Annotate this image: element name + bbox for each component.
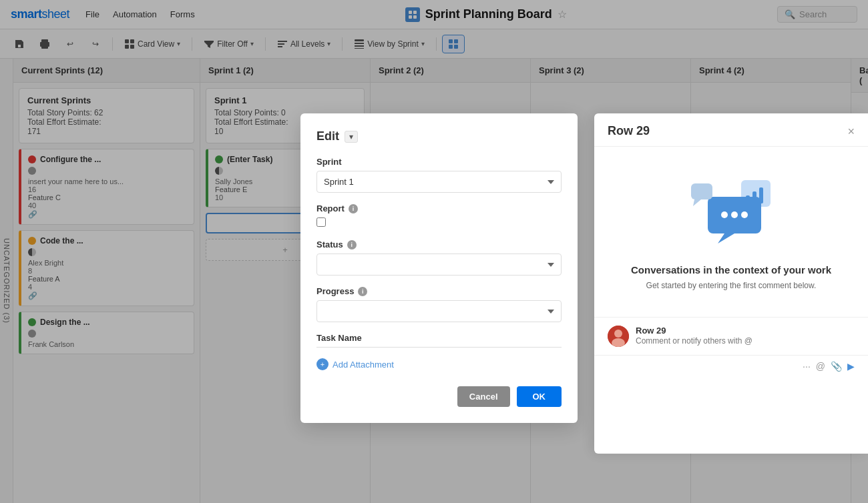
svg-point-34 <box>614 330 622 338</box>
comment-tools: ··· @ 📎 ▶ <box>594 355 868 377</box>
comment-input[interactable] <box>636 336 855 346</box>
progress-label: Progress i <box>316 286 562 296</box>
attachment-tool-button[interactable]: 📎 <box>831 361 842 372</box>
conversation-visual <box>608 173 855 254</box>
progress-select[interactable]: 0% 25% 50% 75% 100% <box>316 300 562 322</box>
report-checkbox[interactable] <box>316 217 326 227</box>
cancel-button[interactable]: Cancel <box>457 386 510 407</box>
conversation-heading: Conversations in the context of your wor… <box>608 264 855 276</box>
task-name-line <box>316 347 562 348</box>
modal-actions: Cancel OK <box>316 386 562 407</box>
more-options-button[interactable]: ··· <box>803 361 811 372</box>
comment-user: Row 29 <box>636 326 855 336</box>
add-attachment-link[interactable]: + Add Attachment <box>316 358 562 370</box>
status-field: Status i Not Started In Progress Complet… <box>316 239 562 276</box>
task-name-label: Task Name <box>316 333 562 343</box>
chat-illustration-svg <box>688 173 775 254</box>
svg-marker-27 <box>718 233 734 243</box>
mention-button[interactable]: @ <box>816 361 825 372</box>
report-info-icon[interactable]: i <box>349 204 358 213</box>
panel-conversation: Conversations in the context of your wor… <box>594 147 868 317</box>
panel-title: Row 29 <box>608 124 650 138</box>
edit-modal: Edit ▾ Sprint Sprint 1 Sprint 2 Sprint 3… <box>300 113 578 423</box>
close-button[interactable]: × <box>847 125 855 137</box>
svg-point-28 <box>721 211 728 218</box>
sprint-select[interactable]: Sprint 1 Sprint 2 Sprint 3 Sprint 4 Back… <box>316 171 562 193</box>
badge-arrow: ▾ <box>349 132 353 141</box>
status-label: Status i <box>316 239 562 249</box>
task-name-field: Task Name <box>316 333 562 348</box>
comment-content: Row 29 <box>636 326 855 346</box>
send-button[interactable]: ▶ <box>847 361 855 372</box>
svg-point-30 <box>741 211 748 218</box>
modal-title-badge[interactable]: ▾ <box>345 131 358 143</box>
svg-marker-32 <box>693 199 701 206</box>
modal-overlay: Edit ▾ Sprint Sprint 1 Sprint 2 Sprint 3… <box>0 0 868 503</box>
status-info-icon[interactable]: i <box>347 240 357 249</box>
modal-title: Edit ▾ <box>316 129 562 143</box>
sprint-label: Sprint <box>316 157 562 167</box>
panel-header: Row 29 × <box>594 113 868 147</box>
panel-modal: Row 29 × <box>594 113 868 454</box>
svg-point-29 <box>731 211 738 218</box>
sprint-field: Sprint Sprint 1 Sprint 2 Sprint 3 Sprint… <box>316 157 562 193</box>
report-label: Report i <box>316 203 562 213</box>
conversation-sub: Get started by entering the first commen… <box>608 281 855 290</box>
status-select[interactable]: Not Started In Progress Complete On Hold <box>316 254 562 276</box>
svg-rect-31 <box>691 183 712 199</box>
modal-title-text: Edit <box>316 129 339 143</box>
report-field: Report i <box>316 203 562 229</box>
avatar <box>608 326 629 347</box>
attach-icon: + <box>316 358 329 370</box>
add-attachment-label: Add Attachment <box>333 360 394 370</box>
progress-info-icon[interactable]: i <box>358 287 367 296</box>
comment-row: Row 29 <box>594 317 868 355</box>
progress-field: Progress i 0% 25% 50% 75% 100% <box>316 286 562 322</box>
ok-button[interactable]: OK <box>517 386 562 407</box>
